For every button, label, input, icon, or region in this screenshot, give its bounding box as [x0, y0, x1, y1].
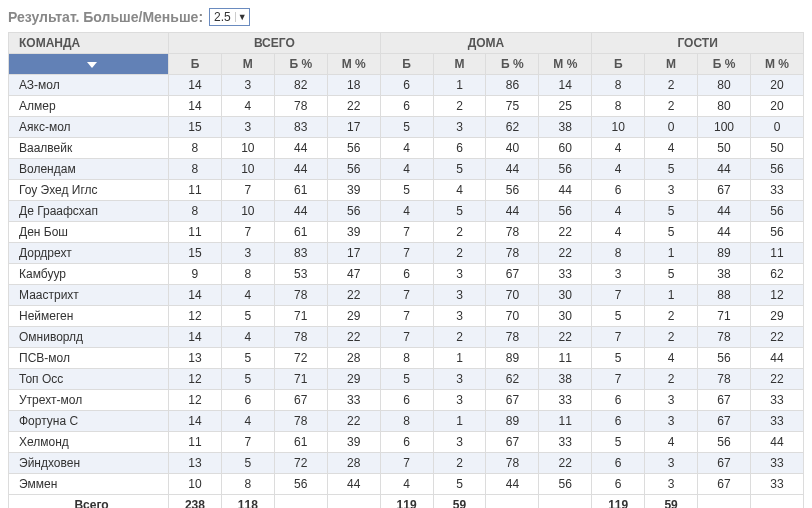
cell: 4 [221, 285, 274, 306]
cell: 22 [327, 96, 380, 117]
cell: 61 [274, 222, 327, 243]
cell: 7 [221, 222, 274, 243]
cell: 33 [750, 180, 803, 201]
cell: 78 [274, 411, 327, 432]
colgroup-all[interactable]: ВСЕГО [169, 33, 381, 54]
cell: 4 [592, 138, 645, 159]
col-away-bp[interactable]: Б % [698, 54, 751, 75]
cell: 6 [380, 75, 433, 96]
cell: 5 [433, 159, 486, 180]
cell: 38 [539, 369, 592, 390]
cell: 8 [592, 75, 645, 96]
col-team[interactable]: КОМАНДА [9, 33, 169, 54]
cell: 22 [327, 285, 380, 306]
cell: 56 [486, 180, 539, 201]
cell: 5 [592, 432, 645, 453]
cell: 33 [750, 453, 803, 474]
cell: 56 [698, 432, 751, 453]
team-cell: АЗ-мол [9, 75, 169, 96]
cell: 11 [169, 180, 222, 201]
col-home-bp[interactable]: Б % [486, 54, 539, 75]
cell: 4 [645, 348, 698, 369]
cell: 3 [645, 390, 698, 411]
cell: 82 [274, 75, 327, 96]
cell: 8 [380, 411, 433, 432]
col-all-m[interactable]: М [221, 54, 274, 75]
col-home-m[interactable]: М [433, 54, 486, 75]
cell: 10 [592, 117, 645, 138]
cell: 78 [274, 327, 327, 348]
cell: 44 [274, 201, 327, 222]
cell: 56 [698, 348, 751, 369]
cell: 33 [539, 432, 592, 453]
col-home-b[interactable]: Б [380, 54, 433, 75]
col-all-mp[interactable]: М % [327, 54, 380, 75]
cell: 7 [380, 306, 433, 327]
cell: 8 [380, 348, 433, 369]
cell: 2 [433, 453, 486, 474]
cell: 33 [750, 474, 803, 495]
cell: 1 [433, 411, 486, 432]
team-cell: Дордрехт [9, 243, 169, 264]
totals-all-mp [327, 495, 380, 509]
cell: 5 [645, 264, 698, 285]
cell: 5 [221, 306, 274, 327]
cell: 10 [221, 138, 274, 159]
cell: 4 [221, 327, 274, 348]
cell: 4 [433, 180, 486, 201]
cell: 60 [539, 138, 592, 159]
team-cell: Хелмонд [9, 432, 169, 453]
cell: 56 [327, 138, 380, 159]
colgroup-home[interactable]: ДОМА [380, 33, 592, 54]
stats-table: КОМАНДА ВСЕГО ДОМА ГОСТИ Б М Б % М % Б М… [8, 32, 804, 508]
cell: 7 [592, 327, 645, 348]
col-away-mp[interactable]: М % [750, 54, 803, 75]
cell: 8 [592, 243, 645, 264]
cell: 5 [380, 369, 433, 390]
team-cell: Фортуна С [9, 411, 169, 432]
totals-all-b: 238 [169, 495, 222, 509]
cell: 7 [592, 369, 645, 390]
col-home-mp[interactable]: М % [539, 54, 592, 75]
cell: 6 [380, 264, 433, 285]
cell: 2 [645, 306, 698, 327]
table-row: ПСВ-мол1357228818911545644 [9, 348, 804, 369]
cell: 15 [169, 243, 222, 264]
col-all-b[interactable]: Б [169, 54, 222, 75]
col-away-m[interactable]: М [645, 54, 698, 75]
cell: 33 [750, 411, 803, 432]
cell: 8 [169, 201, 222, 222]
cell: 12 [169, 390, 222, 411]
cell: 5 [221, 369, 274, 390]
sort-indicator[interactable] [9, 54, 169, 75]
cell: 3 [433, 390, 486, 411]
team-cell: Гоу Эхед Иглс [9, 180, 169, 201]
colgroup-away[interactable]: ГОСТИ [592, 33, 804, 54]
cell: 8 [221, 264, 274, 285]
col-away-b[interactable]: Б [592, 54, 645, 75]
cell: 78 [486, 453, 539, 474]
cell: 78 [486, 243, 539, 264]
cell: 44 [486, 474, 539, 495]
cell: 8 [592, 96, 645, 117]
table-row: Камбуур985347636733353862 [9, 264, 804, 285]
cell: 83 [274, 117, 327, 138]
cell: 11 [750, 243, 803, 264]
totals-all-bp [274, 495, 327, 509]
col-all-bp[interactable]: Б % [274, 54, 327, 75]
cell: 3 [433, 306, 486, 327]
totals-home-b: 119 [380, 495, 433, 509]
cell: 44 [750, 348, 803, 369]
table-row: Хелмонд1176139636733545644 [9, 432, 804, 453]
chevron-down-icon [87, 62, 97, 68]
threshold-select[interactable]: 2.5 ▼ [209, 8, 250, 26]
cell: 56 [750, 159, 803, 180]
cell: 7 [221, 180, 274, 201]
cell: 44 [750, 432, 803, 453]
totals-away-m: 59 [645, 495, 698, 509]
cell: 44 [486, 201, 539, 222]
table-row: Эйндховен1357228727822636733 [9, 453, 804, 474]
cell: 2 [645, 96, 698, 117]
cell: 1 [433, 348, 486, 369]
cell: 4 [380, 159, 433, 180]
